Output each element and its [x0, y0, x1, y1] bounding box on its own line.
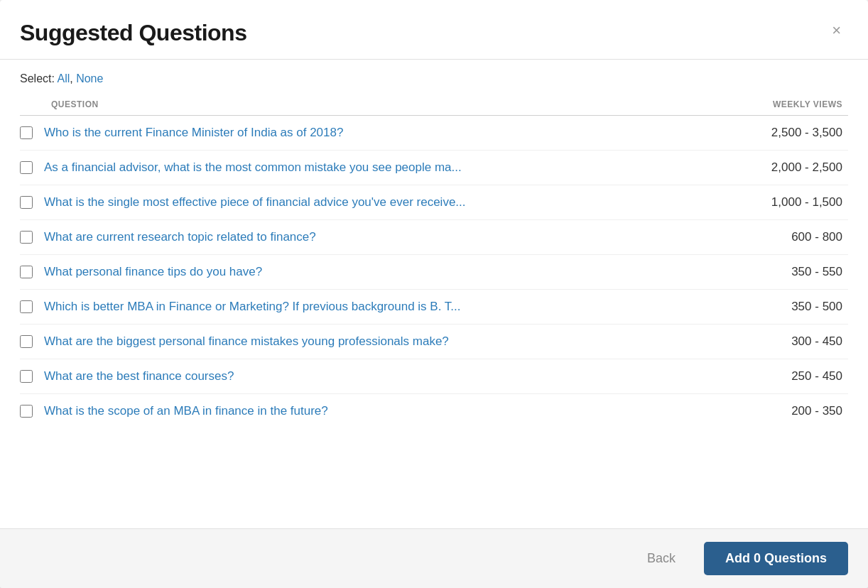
table-header: QUESTION WEEKLY VIEWS [20, 92, 848, 116]
question-text-6[interactable]: Which is better MBA in Finance or Market… [44, 300, 460, 314]
question-left-2: As a financial advisor, what is the most… [20, 160, 734, 175]
table-row: What personal finance tips do you have?3… [20, 255, 848, 290]
question-left-9: What is the scope of an MBA in finance i… [20, 404, 734, 418]
question-col-header: QUESTION [20, 99, 99, 109]
table-row: Who is the current Finance Minister of I… [20, 116, 848, 151]
question-checkbox-6[interactable] [20, 300, 33, 313]
question-checkbox-4[interactable] [20, 231, 33, 244]
question-checkbox-8[interactable] [20, 370, 33, 383]
question-text-7[interactable]: What are the biggest personal finance mi… [44, 334, 449, 349]
table-row: What are the biggest personal finance mi… [20, 325, 848, 359]
table-row: What is the single most effective piece … [20, 185, 848, 220]
views-col-header: WEEKLY VIEWS [773, 99, 848, 109]
question-left-5: What personal finance tips do you have? [20, 265, 734, 279]
select-none-link[interactable]: None [76, 72, 103, 85]
question-views-4: 600 - 800 [734, 230, 848, 244]
question-text-8[interactable]: What are the best finance courses? [44, 369, 234, 383]
question-left-6: Which is better MBA in Finance or Market… [20, 300, 734, 314]
select-row: Select: All, None [20, 60, 848, 92]
question-checkbox-7[interactable] [20, 335, 33, 348]
table-row: What are current research topic related … [20, 220, 848, 255]
question-left-3: What is the single most effective piece … [20, 195, 734, 209]
question-left-8: What are the best finance courses? [20, 369, 734, 383]
question-checkbox-5[interactable] [20, 266, 33, 278]
question-checkbox-1[interactable] [20, 126, 33, 139]
table-row: What are the best finance courses?250 - … [20, 359, 848, 394]
question-text-3[interactable]: What is the single most effective piece … [44, 195, 466, 209]
question-checkbox-2[interactable] [20, 161, 33, 174]
question-text-9[interactable]: What is the scope of an MBA in finance i… [44, 404, 328, 418]
select-label: Select: [20, 72, 55, 85]
modal-body: Select: All, None QUESTION WEEKLY VIEWS … [0, 60, 868, 528]
question-views-6: 350 - 500 [734, 300, 848, 314]
question-views-5: 350 - 550 [734, 265, 848, 279]
question-checkbox-3[interactable] [20, 196, 33, 209]
table-row: What is the scope of an MBA in finance i… [20, 394, 848, 423]
modal-header: Suggested Questions × [0, 0, 868, 60]
question-text-5[interactable]: What personal finance tips do you have? [44, 265, 262, 279]
question-views-9: 200 - 350 [734, 404, 848, 418]
modal-container: Suggested Questions × Select: All, None … [0, 0, 868, 588]
close-button[interactable]: × [826, 20, 847, 41]
table-row: Which is better MBA in Finance or Market… [20, 290, 848, 325]
question-views-1: 2,500 - 3,500 [734, 126, 848, 140]
question-text-4[interactable]: What are current research topic related … [44, 230, 316, 244]
add-questions-button[interactable]: Add 0 Questions [704, 542, 848, 575]
table-row: As a financial advisor, what is the most… [20, 151, 848, 185]
question-views-2: 2,000 - 2,500 [734, 160, 848, 175]
question-views-3: 1,000 - 1,500 [734, 195, 848, 209]
back-button[interactable]: Back [636, 544, 687, 573]
question-text-2[interactable]: As a financial advisor, what is the most… [44, 160, 462, 175]
question-text-1[interactable]: Who is the current Finance Minister of I… [44, 126, 343, 140]
question-checkbox-9[interactable] [20, 405, 33, 418]
questions-list: Who is the current Finance Minister of I… [20, 116, 848, 528]
select-all-link[interactable]: All [57, 72, 70, 85]
question-views-8: 250 - 450 [734, 369, 848, 383]
question-left-4: What are current research topic related … [20, 230, 734, 244]
question-left-1: Who is the current Finance Minister of I… [20, 126, 734, 140]
modal-title: Suggested Questions [20, 20, 246, 46]
question-views-7: 300 - 450 [734, 334, 848, 349]
modal-footer: Back Add 0 Questions [0, 528, 868, 588]
question-left-7: What are the biggest personal finance mi… [20, 334, 734, 349]
